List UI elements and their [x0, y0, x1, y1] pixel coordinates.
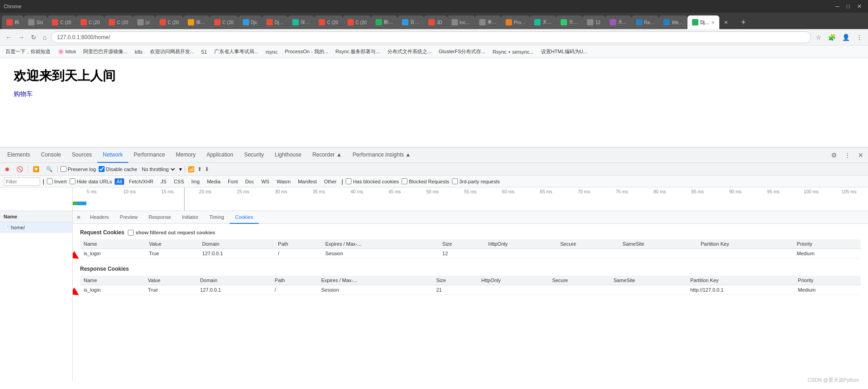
tab-6[interactable]: C (20	[155, 15, 183, 29]
shopping-cart-link[interactable]: 购物车	[14, 90, 33, 97]
tab-recorder[interactable]: Recorder ▲	[307, 147, 347, 163]
filter-all[interactable]: All	[115, 178, 124, 185]
disable-cache-checkbox[interactable]	[99, 166, 105, 172]
forward-button[interactable]: →	[16, 32, 26, 43]
filter-other[interactable]: Other	[322, 178, 339, 185]
tab-lighthouse[interactable]: Lighthouse	[269, 147, 307, 163]
filter-font[interactable]: Font	[226, 178, 240, 185]
invert-label[interactable]: Invert	[47, 178, 67, 184]
hide-data-urls-label[interactable]: Hide data URLs	[70, 178, 112, 184]
search-button[interactable]: 🔍	[44, 165, 55, 173]
tab-sources[interactable]: Sources	[66, 147, 97, 163]
bookmark-6[interactable]: 广东省人事考试局...	[212, 47, 260, 56]
bookmark-5[interactable]: 51	[200, 48, 209, 56]
tab-13[interactable]: C (20	[343, 15, 371, 29]
tab-20[interactable]: 天…	[530, 15, 556, 29]
preserve-log-label[interactable]: Preserve log	[60, 166, 96, 172]
tab-active[interactable]: Dj…✕	[687, 15, 719, 29]
tab-memory[interactable]: Memory	[171, 147, 201, 163]
tab-performance[interactable]: Performance	[128, 147, 171, 163]
request-item-home[interactable]: 📄 home/	[0, 222, 72, 233]
show-filtered-checkbox[interactable]	[128, 230, 134, 236]
bookmark-button[interactable]: ☆	[814, 32, 823, 43]
tab-22[interactable]: 12	[582, 15, 605, 29]
bookmark-10[interactable]: 分布式文件系统之...	[386, 47, 433, 56]
tab-15[interactable]: 百…	[397, 15, 424, 29]
throttle-select[interactable]: No throttling Fast 3G Slow 3G	[140, 166, 176, 172]
filter-input[interactable]	[4, 177, 40, 186]
back-button[interactable]: ←	[4, 32, 14, 43]
devtools-settings-button[interactable]: ⚙	[828, 150, 840, 161]
invert-checkbox[interactable]	[47, 178, 53, 184]
wifi-icon[interactable]: 📶	[188, 166, 195, 172]
filter-wasm[interactable]: Wasm	[274, 178, 293, 185]
detail-tab-timing[interactable]: Timing	[204, 211, 230, 224]
bookmark-1[interactable]: 🌸 lotus	[56, 48, 78, 56]
tab-network[interactable]: Network	[97, 147, 128, 163]
tab-console[interactable]: Console	[35, 147, 66, 163]
tab-21[interactable]: 天…	[556, 15, 582, 29]
third-party-label[interactable]: 3rd-party requests	[452, 178, 500, 184]
tab-security[interactable]: Security	[239, 147, 269, 163]
blocked-requests-checkbox[interactable]	[401, 178, 407, 184]
show-filtered-label[interactable]: show filtered out request cookies	[128, 230, 215, 236]
tab-application[interactable]: Application	[201, 147, 239, 163]
tab-24[interactable]: Ra…	[632, 15, 659, 29]
filter-media[interactable]: Media	[205, 178, 223, 185]
filter-ws[interactable]: WS	[259, 178, 272, 185]
tab-1[interactable]: Slo	[24, 15, 47, 29]
bookmark-7[interactable]: rsync	[264, 48, 279, 56]
detail-tab-headers[interactable]: Headers	[85, 211, 115, 224]
has-blocked-cookies-label[interactable]: Has blocked cookies	[346, 178, 399, 184]
response-cookie-row-0[interactable]: is_login True 127.0.0.1 / Session 21 htt…	[80, 285, 861, 295]
detail-close-button[interactable]: ✕	[73, 214, 85, 221]
tab-23[interactable]: 天…	[605, 15, 632, 29]
hide-data-urls-checkbox[interactable]	[70, 178, 75, 184]
filter-css[interactable]: CSS	[171, 178, 186, 185]
filter-toggle-button[interactable]: 🔽	[31, 165, 41, 173]
tab-close-btn[interactable]: ✕	[719, 15, 738, 29]
home-button[interactable]: ⌂	[41, 32, 48, 43]
tab-11[interactable]: 深…	[288, 15, 314, 29]
new-tab-button[interactable]: +	[738, 16, 750, 29]
filter-fetch-xhr[interactable]: Fetch/XHR	[127, 178, 156, 185]
tab-17[interactable]: Inc…	[447, 15, 475, 29]
detail-tab-initiator[interactable]: Initiator	[176, 211, 204, 224]
tab-3[interactable]: C (20	[76, 15, 104, 29]
tab-performance-insights[interactable]: Performance insights ▲	[347, 147, 416, 163]
address-bar[interactable]: 127.0.0.1:8000/home/	[51, 31, 811, 43]
disable-cache-label[interactable]: Disable cache	[99, 166, 137, 172]
tab-5[interactable]: (o'	[133, 15, 155, 29]
has-blocked-cookies-checkbox[interactable]	[346, 178, 351, 184]
preserve-log-checkbox[interactable]	[60, 166, 66, 172]
tab-4[interactable]: C (20	[104, 15, 132, 29]
filter-doc[interactable]: Doc	[243, 178, 256, 185]
third-party-checkbox[interactable]	[452, 178, 458, 184]
clear-button[interactable]: 🚫	[15, 165, 25, 173]
tab-8[interactable]: C (20	[210, 15, 238, 29]
bookmark-2[interactable]: 阿里巴巴开源镜像...	[81, 47, 129, 56]
devtools-more-button[interactable]: ⋮	[842, 150, 853, 161]
tab-19[interactable]: Pro…	[501, 15, 530, 29]
request-cookie-row-0[interactable]: is_login True 127.0.0.1 / Session 12	[80, 249, 861, 258]
reload-button[interactable]: ↻	[29, 32, 38, 43]
extension-button[interactable]: 🧩	[826, 32, 838, 43]
filter-img[interactable]: Img	[189, 178, 202, 185]
detail-tab-response[interactable]: Response	[143, 211, 177, 224]
bookmark-8[interactable]: ProcessOn - 我的...	[283, 47, 330, 56]
profile-button[interactable]: 👤	[840, 32, 852, 43]
bookmark-3[interactable]: k8s	[133, 48, 144, 56]
tab-18[interactable]: 事…	[475, 15, 501, 29]
tab-elements[interactable]: Elements	[2, 147, 35, 163]
tab-9[interactable]: Djc	[238, 15, 262, 29]
throttle-dropdown-icon[interactable]: ▾	[179, 166, 182, 172]
tab-12[interactable]: C (20	[314, 15, 342, 29]
bookmark-9[interactable]: Rsync 服务部署与...	[334, 47, 382, 56]
tab-10[interactable]: Dj…	[262, 15, 288, 29]
devtools-close-button[interactable]: ✕	[855, 150, 866, 161]
export-icon[interactable]: ⬇	[205, 166, 209, 172]
filter-js[interactable]: JS	[158, 178, 169, 185]
detail-tab-cookies[interactable]: Cookies	[230, 211, 259, 224]
bookmark-11[interactable]: GlusterFS分布式存...	[437, 47, 487, 56]
import-icon[interactable]: ⬆	[197, 166, 202, 172]
